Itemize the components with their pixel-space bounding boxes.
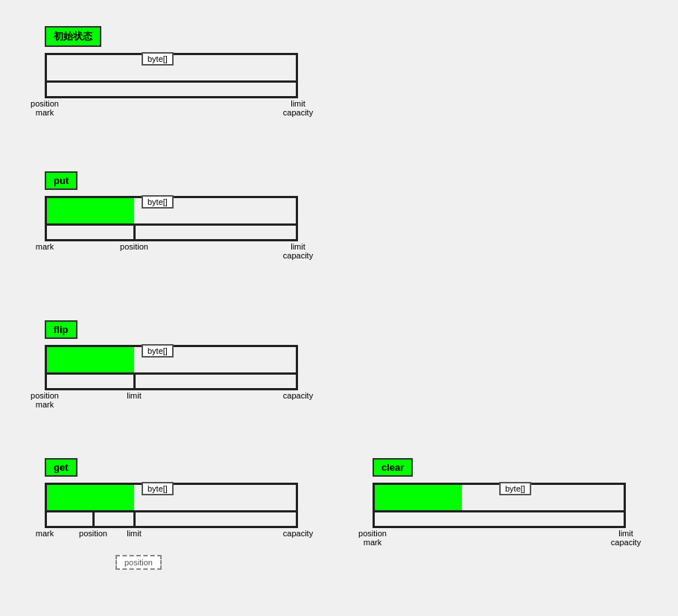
clear-buffer-label: byte[] <box>499 482 531 495</box>
get-tick-limit: limit <box>127 529 142 538</box>
initial-tick-right: limitcapacity <box>283 99 313 117</box>
get-tick-mark: mark <box>36 529 54 538</box>
get-buffer-label: byte[] <box>142 482 174 495</box>
put-diagram: put byte[] mark position limitcapacity <box>45 171 298 264</box>
get-tick-capacity: capacity <box>283 529 313 538</box>
get-future-position: position <box>115 555 162 570</box>
initial-diagram: 初始状态 byte[] positionmark limitcapacity <box>45 26 298 121</box>
get-tick-position: position <box>79 529 107 538</box>
initial-label: 初始状态 <box>45 26 101 47</box>
put-tick-left: mark <box>36 242 54 251</box>
clear-label: clear <box>373 458 413 477</box>
get-label: get <box>45 458 77 477</box>
clear-tick-right: limitcapacity <box>611 529 641 547</box>
get-diagram: get byte[] mark position limit capacity <box>45 458 298 566</box>
flip-tick-right: capacity <box>283 391 313 400</box>
flip-label: flip <box>45 320 77 339</box>
initial-buffer-label: byte[] <box>142 52 174 66</box>
flip-tick-mid: limit <box>127 391 142 400</box>
put-label: put <box>45 171 77 190</box>
put-tick-right: limitcapacity <box>283 242 313 260</box>
put-tick-mid: position <box>120 242 148 251</box>
flip-buffer-label: byte[] <box>142 344 174 358</box>
clear-tick-left: positionmark <box>358 529 387 547</box>
flip-tick-left: positionmark <box>31 391 59 409</box>
put-buffer-label: byte[] <box>142 195 174 209</box>
clear-diagram: clear byte[] positionmark limitcapacity <box>373 458 626 551</box>
flip-diagram: flip byte[] positionmark limit capacity <box>45 320 298 413</box>
diagram-area: 初始状态 byte[] positionmark limitcapacity p… <box>0 0 678 616</box>
initial-tick-left: positionmark <box>31 99 59 117</box>
